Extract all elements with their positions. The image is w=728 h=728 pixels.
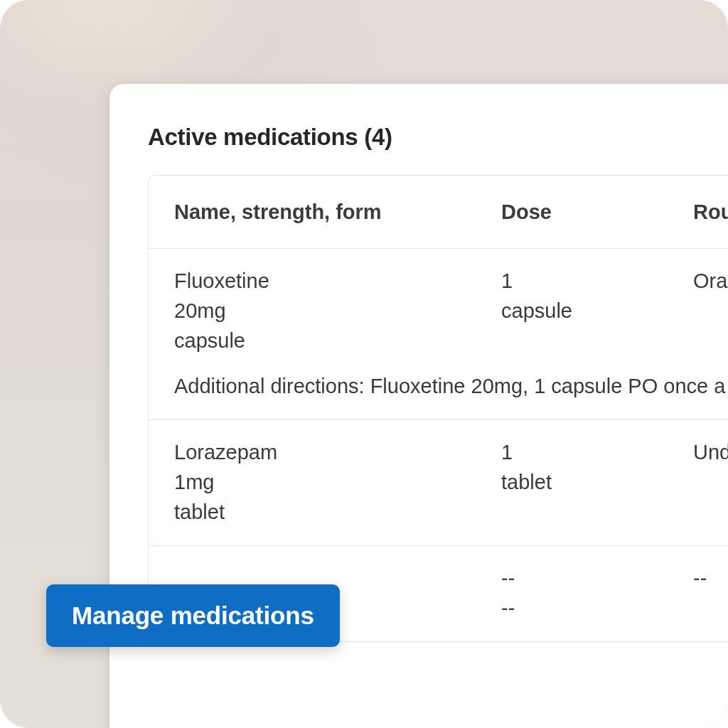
- med-name: Fluoxetine: [174, 266, 501, 296]
- med-form: tablet: [174, 497, 501, 527]
- med-strength: 20mg: [174, 296, 501, 326]
- additional-directions: Additional directions: Fluoxetine 20mg, …: [174, 371, 728, 401]
- cell-name: Lorazepam 1mg tablet: [174, 437, 501, 527]
- manage-medications-button[interactable]: Manage medications: [46, 584, 340, 647]
- med-name: Lorazepam: [174, 437, 501, 467]
- cell-dose: 1 capsule: [501, 266, 693, 355]
- table-row: Lorazepam 1mg tablet 1 tablet Under: [149, 419, 728, 545]
- cell-route: Oral: [693, 266, 728, 355]
- section-title: Active medications (4): [148, 124, 728, 151]
- col-header-dose: Dose: [501, 197, 693, 227]
- cell-route: Under: [693, 437, 728, 527]
- dose-unit: capsule: [501, 296, 693, 326]
- dose-qty: 1: [501, 437, 693, 467]
- cell-route: --: [693, 563, 728, 623]
- dose-qty: --: [501, 563, 693, 593]
- app-backdrop: Active medications (4) Name, strength, f…: [0, 0, 728, 728]
- cell-dose: -- --: [501, 563, 693, 623]
- dose-qty: 1: [501, 266, 693, 296]
- table-header-row: Name, strength, form Dose Route: [149, 176, 728, 248]
- table-row: Fluoxetine 20mg capsule 1 capsule Oral A…: [149, 248, 728, 419]
- med-form: capsule: [174, 326, 501, 355]
- med-strength: 1mg: [174, 467, 501, 497]
- medications-table: Name, strength, form Dose Route Fluoxeti…: [148, 175, 728, 642]
- col-header-route: Route: [693, 197, 728, 227]
- dose-unit: tablet: [501, 467, 693, 497]
- dose-unit: --: [501, 593, 693, 623]
- cell-dose: 1 tablet: [501, 437, 693, 527]
- cell-name: Fluoxetine 20mg capsule: [174, 266, 501, 355]
- col-header-name: Name, strength, form: [174, 197, 501, 227]
